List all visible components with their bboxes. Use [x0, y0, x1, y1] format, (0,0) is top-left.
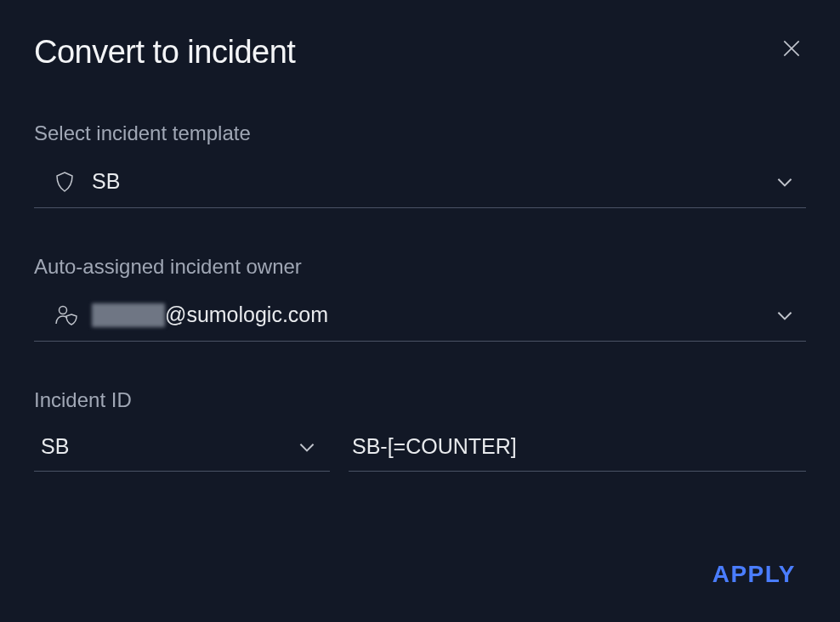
user-shield-icon — [54, 304, 78, 326]
redacted-username — [92, 303, 165, 327]
modal-footer: APPLY — [34, 561, 806, 597]
close-icon — [780, 37, 803, 59]
owner-select[interactable]: @sumologic.com — [34, 294, 806, 342]
incident-id-pattern-input[interactable] — [349, 427, 806, 472]
template-field: Select incident template SB — [34, 122, 806, 208]
chevron-down-icon — [774, 304, 803, 326]
incident-id-field: Incident ID SB — [34, 388, 806, 472]
incident-id-row: SB — [34, 427, 806, 472]
apply-button[interactable]: APPLY — [712, 561, 796, 588]
incident-id-prefix-select[interactable]: SB — [34, 427, 330, 472]
chevron-down-icon — [296, 436, 325, 458]
template-label: Select incident template — [34, 122, 806, 145]
modal-title: Convert to incident — [34, 34, 295, 71]
owner-value: @sumologic.com — [92, 303, 774, 327]
template-select[interactable]: SB — [34, 161, 806, 208]
incident-id-prefix-value: SB — [41, 434, 69, 459]
chevron-down-icon — [774, 171, 803, 193]
modal-header: Convert to incident — [34, 34, 806, 71]
owner-field: Auto-assigned incident owner @sumologic.… — [34, 255, 806, 342]
incident-id-label: Incident ID — [34, 388, 806, 412]
owner-domain: @sumologic.com — [165, 303, 328, 327]
svg-point-2 — [60, 306, 67, 314]
template-value: SB — [92, 169, 774, 194]
shield-icon — [54, 171, 78, 193]
convert-to-incident-modal: Convert to incident Select incident temp… — [0, 0, 840, 622]
owner-label: Auto-assigned incident owner — [34, 255, 806, 279]
close-button[interactable] — [777, 34, 806, 63]
